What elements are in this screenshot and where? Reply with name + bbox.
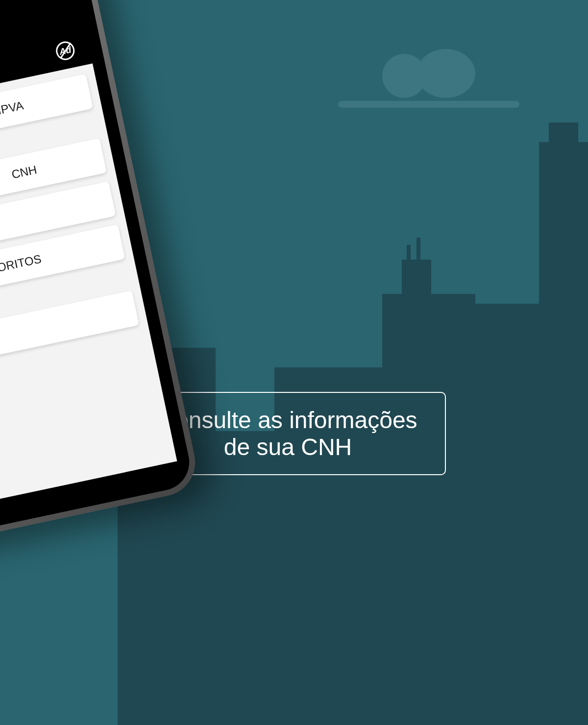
promo-text: Consulte as informações de sua CNH [158, 407, 417, 460]
no-ads-icon[interactable]: Ad [54, 40, 76, 62]
phone-mockup: ltas App CONSULTA MULTAS Ad IPVA ADORA D… [0, 0, 201, 548]
building-silhouette [402, 260, 431, 725]
app-body: IPVA ADORA DO IPVA CNH EICULAR [0, 64, 177, 513]
cloud-decoration [353, 69, 490, 108]
card-ntrc-label: NTRC [0, 303, 127, 361]
building-silhouette [466, 304, 544, 725]
building-silhouette [539, 142, 588, 725]
